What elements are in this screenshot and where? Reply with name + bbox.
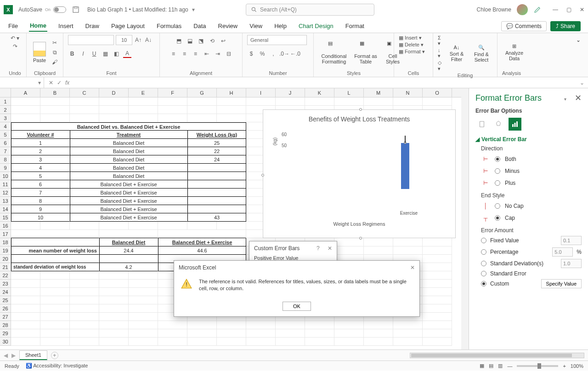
col-header-L[interactable]: L (334, 88, 364, 97)
conditional-formatting-button[interactable]: ▤Conditional Formatting (318, 39, 350, 66)
row-header-7[interactable]: 7 (0, 147, 11, 155)
plus-radio[interactable] (495, 180, 500, 186)
chart-bar[interactable] (401, 143, 409, 189)
align-bottom-icon[interactable]: ⬔ (197, 37, 205, 45)
row-header-3[interactable]: 3 (0, 114, 11, 122)
pane-dropdown-icon[interactable]: ▾ (564, 97, 566, 102)
toggle-icon[interactable] (53, 6, 66, 13)
col-header-G[interactable]: G (187, 88, 217, 97)
custom-radio[interactable] (481, 281, 486, 286)
row-header-27[interactable]: 27 (0, 313, 11, 321)
increase-indent-icon[interactable]: ⇥ (214, 50, 222, 58)
tab-formulas[interactable]: Formulas (156, 21, 182, 31)
chart-handle-bottom[interactable] (359, 237, 362, 240)
tab-review[interactable]: Review (217, 21, 239, 31)
percent-icon[interactable]: % (258, 50, 266, 58)
decrease-indent-icon[interactable]: ⇤ (203, 50, 211, 58)
help-icon[interactable]: ? (317, 245, 320, 252)
row-header-26[interactable]: 26 (0, 304, 11, 313)
next-sheet-icon[interactable]: ▶ (11, 352, 16, 359)
undo-icon[interactable]: ↶ ▾ (11, 35, 19, 41)
avatar[interactable] (517, 4, 528, 15)
user-name[interactable]: Chloe Browne (477, 6, 511, 13)
row-header-9[interactable]: 9 (0, 164, 11, 172)
chart-title[interactable]: Benefits of Weight Loss Treatments (263, 110, 455, 126)
merge-icon[interactable]: ⊟ (225, 50, 233, 58)
analyze-data-button[interactable]: ⊞Analyze Data (502, 41, 526, 63)
percentage-input[interactable] (552, 247, 573, 257)
row-header-1[interactable]: 1 (0, 97, 11, 106)
spreadsheet[interactable]: ABCDEFGHIJKLMNO 123456789101112131415161… (0, 88, 469, 349)
col-header-M[interactable]: M (364, 88, 393, 97)
orientation-icon[interactable]: ⟲ (208, 37, 216, 45)
view-page-break-icon[interactable]: ▥ (498, 363, 503, 369)
row-header-12[interactable]: 12 (0, 189, 11, 197)
font-select[interactable] (68, 35, 114, 45)
tab-help[interactable]: Help (273, 21, 288, 31)
close-icon[interactable]: ✕ (580, 6, 584, 13)
fill-color-button[interactable]: ◧ (112, 50, 120, 58)
col-header-J[interactable]: J (276, 88, 305, 97)
chart[interactable]: Benefits of Weight Loss Treatments 60 50… (263, 109, 456, 238)
std-dev-input[interactable] (561, 259, 582, 268)
bold-button[interactable]: B (68, 50, 76, 58)
prev-sheet-icon[interactable]: ◀ (4, 352, 8, 359)
find-select-button[interactable]: 🔍Find & Select (470, 43, 492, 64)
name-box[interactable]: ▾ (0, 77, 44, 88)
redo-icon[interactable]: ↷ (13, 43, 17, 50)
col-header-C[interactable]: C (70, 88, 99, 97)
decrease-font-icon[interactable]: A↓ (144, 36, 153, 44)
col-header-N[interactable]: N (393, 88, 423, 97)
col-header-O[interactable]: O (423, 88, 452, 97)
tab-page-layout[interactable]: Page Layout (110, 21, 146, 31)
save-icon[interactable] (72, 6, 80, 14)
row-header-5[interactable]: 5 (0, 131, 11, 139)
row-header-4[interactable]: 4 (0, 122, 11, 131)
share-button[interactable]: ⤴ Share (550, 21, 581, 31)
view-normal-icon[interactable]: ▦ (480, 363, 484, 369)
comments-button[interactable]: 💬 Comments (501, 21, 547, 31)
std-dev-radio[interactable] (481, 261, 486, 266)
minimize-icon[interactable]: — (553, 6, 558, 13)
zoom-level[interactable]: 100% (571, 363, 583, 369)
filename[interactable]: Bio Lab Graph 1 • Last Modified: 11h ago (87, 6, 188, 13)
tab-format[interactable]: Format (345, 21, 365, 31)
row-header-13[interactable]: 13 (0, 197, 11, 205)
sheet-tab-1[interactable]: Sheet1 (19, 350, 47, 360)
zoom-out-icon[interactable]: — (507, 363, 512, 369)
std-err-radio[interactable] (481, 271, 486, 276)
format-as-table-button[interactable]: ▦Format as Table (352, 39, 379, 66)
no-cap-radio[interactable] (495, 203, 500, 209)
tab-data[interactable]: Data (192, 21, 207, 31)
underline-button[interactable]: U (90, 50, 98, 58)
col-header-F[interactable]: F (158, 88, 187, 97)
autosum-icon[interactable]: Σ ▾ (438, 35, 443, 46)
chart-handle-top[interactable] (359, 108, 362, 111)
tab-chart-design[interactable]: Chart Design (298, 21, 334, 31)
effects-icon[interactable] (492, 118, 505, 131)
fx-icon[interactable]: fx (65, 80, 69, 86)
tab-draw[interactable]: Draw (85, 21, 100, 31)
fill-icon[interactable]: ↓ ▾ (438, 47, 443, 59)
ribbon-collapse-icon[interactable]: ⌄ (572, 33, 584, 77)
filename-dropdown-icon[interactable]: ▾ (192, 6, 195, 13)
row-header-22[interactable]: 22 (0, 271, 11, 280)
specify-value-button[interactable]: Specify Value (541, 279, 582, 288)
row-header-20[interactable]: 20 (0, 255, 11, 263)
align-left-icon[interactable]: ≡ (170, 50, 178, 58)
fill-line-icon[interactable] (475, 118, 488, 131)
expand-formula-icon[interactable]: ⌄ (576, 80, 588, 86)
row-header-16[interactable]: 16 (0, 222, 11, 230)
fixed-value-input[interactable] (561, 236, 582, 245)
view-page-layout-icon[interactable]: ▤ (489, 363, 493, 369)
col-header-I[interactable]: I (246, 88, 276, 97)
align-top-icon[interactable]: ⬒ (175, 37, 183, 45)
row-header-28[interactable]: 28 (0, 321, 11, 329)
wrap-text-icon[interactable]: ↩ (219, 37, 227, 45)
cap-radio[interactable] (495, 215, 500, 221)
chart-handle-left[interactable] (261, 174, 264, 177)
both-radio[interactable] (495, 156, 500, 162)
row-header-29[interactable]: 29 (0, 329, 11, 338)
align-center-icon[interactable]: ≡ (181, 50, 189, 58)
vertical-error-bar-section[interactable]: ◢ Vertical Error Bar (475, 136, 582, 143)
